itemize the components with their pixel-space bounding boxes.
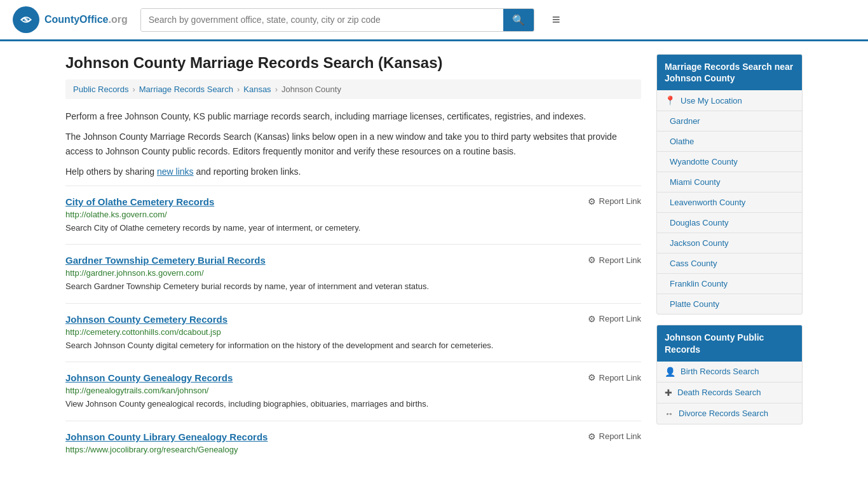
nearby-link[interactable]: Leavenworth County	[670, 198, 745, 207]
record-item: Johnson County Cemetery Records ⚙ Report…	[65, 303, 641, 362]
record-title-row: City of Olathe Cemetery Records ⚙ Report…	[65, 196, 641, 207]
report-link-label: Report Link	[599, 373, 641, 383]
report-link-label: Report Link	[599, 314, 641, 323]
nearby-list: 📍Use My LocationGardnerOlatheWyandotte C…	[657, 90, 802, 314]
svg-point-1	[24, 18, 28, 22]
content-area: Johnson County Marriage Records Search (…	[65, 54, 641, 467]
search-bar: 🔍	[140, 8, 534, 32]
nearby-item[interactable]: 📍Use My Location	[657, 90, 802, 111]
public-records-title: Johnson County Public Records	[657, 325, 802, 361]
record-title-row: Johnson County Cemetery Records ⚙ Report…	[65, 314, 641, 325]
nearby-item[interactable]: Cass County	[657, 254, 802, 274]
main-container: Johnson County Marriage Records Search (…	[53, 41, 815, 480]
nearby-item[interactable]: Wyandotte County	[657, 152, 802, 172]
report-link[interactable]: ⚙ Report Link	[588, 255, 641, 265]
public-records-list: 👤 Birth Records Search ✚ Death Records S…	[657, 362, 802, 424]
report-link[interactable]: ⚙ Report Link	[588, 196, 641, 207]
public-record-item[interactable]: ✚ Death Records Search	[657, 383, 802, 403]
report-icon: ⚙	[588, 314, 596, 324]
record-desc: Search Gardner Township Cemetery burial …	[65, 280, 641, 293]
record-type-icon: ✚	[665, 388, 672, 398]
breadcrumb-marriage-records[interactable]: Marriage Records Search	[139, 85, 233, 94]
report-link-label: Report Link	[599, 255, 641, 265]
new-links[interactable]: new links	[157, 166, 194, 177]
nearby-link[interactable]: Use My Location	[681, 96, 742, 105]
record-item: Johnson County Library Genealogy Records…	[65, 421, 641, 467]
report-icon: ⚙	[588, 431, 596, 442]
report-icon: ⚙	[588, 372, 596, 383]
record-item: Johnson County Genealogy Records ⚙ Repor…	[65, 362, 641, 421]
sidebar: Marriage Records Search near Johnson Cou…	[656, 54, 803, 467]
record-title[interactable]: Johnson County Cemetery Records	[65, 314, 227, 325]
search-input[interactable]	[141, 9, 503, 31]
record-url[interactable]: http://olathe.ks.govern.com/	[65, 210, 641, 219]
record-title[interactable]: Johnson County Genealogy Records	[65, 372, 233, 383]
nearby-item[interactable]: Leavenworth County	[657, 193, 802, 213]
public-records-section: Johnson County Public Records 👤 Birth Re…	[656, 325, 803, 424]
report-link-label: Report Link	[599, 431, 641, 441]
report-link[interactable]: ⚙ Report Link	[588, 431, 641, 442]
nearby-link[interactable]: Olathe	[670, 137, 694, 146]
record-desc: Search City of Olathe cemetery records b…	[65, 222, 641, 234]
record-type-icon: 👤	[665, 367, 675, 377]
header: CountyOffice.org 🔍 ≡	[0, 0, 868, 41]
report-link-label: Report Link	[599, 196, 641, 206]
nearby-item[interactable]: Gardner	[657, 111, 802, 132]
record-desc: Search Johnson County digital cemetery f…	[65, 339, 641, 352]
record-desc: View Johnson County genealogical records…	[65, 398, 641, 410]
nearby-item[interactable]: Douglas County	[657, 213, 802, 233]
nearby-link[interactable]: Franklin County	[670, 279, 728, 288]
public-record-item[interactable]: ↔ Divorce Records Search	[657, 403, 802, 424]
record-title-row: Johnson County Library Genealogy Records…	[65, 431, 641, 442]
record-url[interactable]: https://www.jocolibrary.org/research/Gen…	[65, 445, 641, 454]
public-record-link[interactable]: Death Records Search	[677, 388, 761, 397]
description-1: Perform a free Johnson County, KS public…	[65, 109, 641, 123]
breadcrumb: Public Records › Marriage Records Search…	[65, 79, 641, 99]
record-title[interactable]: City of Olathe Cemetery Records	[65, 196, 214, 207]
public-record-link[interactable]: Birth Records Search	[681, 367, 759, 376]
nearby-item[interactable]: Platte County	[657, 294, 802, 314]
record-title[interactable]: Gardner Township Cemetery Burial Records	[65, 255, 266, 266]
search-button[interactable]: 🔍	[503, 9, 534, 31]
nearby-section: Marriage Records Search near Johnson Cou…	[656, 54, 803, 315]
record-item: City of Olathe Cemetery Records ⚙ Report…	[65, 186, 641, 245]
nearby-item[interactable]: Olathe	[657, 132, 802, 152]
report-link[interactable]: ⚙ Report Link	[588, 314, 641, 324]
nearby-link[interactable]: Douglas County	[670, 218, 729, 227]
logo-icon	[13, 6, 39, 33]
nearby-title: Marriage Records Search near Johnson Cou…	[657, 55, 802, 90]
nearby-link[interactable]: Wyandotte County	[670, 157, 738, 166]
logo[interactable]: CountyOffice.org	[13, 6, 128, 33]
location-pin-icon: 📍	[665, 95, 675, 105]
record-title-row: Gardner Township Cemetery Burial Records…	[65, 255, 641, 266]
public-record-item[interactable]: 👤 Birth Records Search	[657, 362, 802, 383]
nearby-link[interactable]: Cass County	[670, 259, 717, 268]
public-record-link[interactable]: Divorce Records Search	[679, 409, 768, 418]
record-item: Gardner Township Cemetery Burial Records…	[65, 244, 641, 303]
report-icon: ⚙	[588, 196, 596, 207]
page-title: Johnson County Marriage Records Search (…	[65, 54, 641, 72]
nearby-link[interactable]: Jackson County	[670, 238, 729, 248]
description-2: The Johnson County Marriage Records Sear…	[65, 130, 641, 158]
breadcrumb-public-records[interactable]: Public Records	[73, 85, 128, 94]
record-url[interactable]: http://gardner.johnson.ks.govern.com/	[65, 268, 641, 278]
record-type-icon: ↔	[665, 409, 674, 419]
nearby-item[interactable]: Jackson County	[657, 233, 802, 254]
record-title-row: Johnson County Genealogy Records ⚙ Repor…	[65, 372, 641, 383]
breadcrumb-current: Johnson County	[281, 85, 341, 94]
nearby-link[interactable]: Gardner	[670, 116, 700, 126]
records-list: City of Olathe Cemetery Records ⚙ Report…	[65, 186, 641, 467]
report-icon: ⚙	[588, 255, 596, 265]
nearby-link[interactable]: Platte County	[670, 299, 719, 309]
logo-text: CountyOffice.org	[44, 14, 128, 25]
record-url[interactable]: http://genealogytrails.com/kan/johnson/	[65, 386, 641, 395]
nearby-link[interactable]: Miami County	[670, 177, 720, 187]
description-3: Help others by sharing new links and rep…	[65, 165, 641, 179]
report-link[interactable]: ⚙ Report Link	[588, 372, 641, 383]
nearby-item[interactable]: Miami County	[657, 172, 802, 193]
record-url[interactable]: http://cemetery.cottonhills.com/dcabout.…	[65, 327, 641, 337]
breadcrumb-kansas[interactable]: Kansas	[243, 85, 271, 94]
record-title[interactable]: Johnson County Library Genealogy Records	[65, 431, 268, 442]
hamburger-menu[interactable]: ≡	[552, 11, 560, 28]
nearby-item[interactable]: Franklin County	[657, 274, 802, 294]
